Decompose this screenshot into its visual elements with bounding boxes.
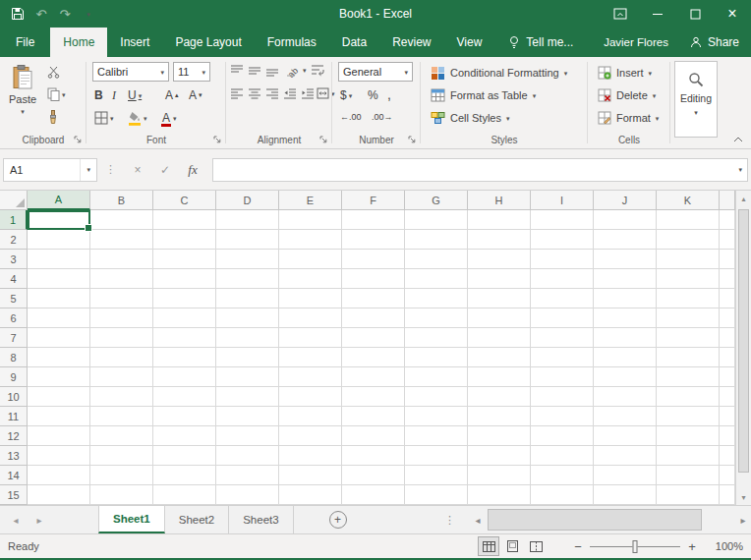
align-top-button[interactable] (230, 64, 244, 78)
cell-D10[interactable] (216, 387, 279, 407)
cell-C10[interactable] (153, 387, 216, 407)
page-break-view-button[interactable] (525, 536, 547, 556)
cell-F13[interactable] (342, 446, 405, 466)
cell-I5[interactable] (531, 289, 594, 308)
cell-H3[interactable] (468, 250, 531, 269)
cell-J6[interactable] (594, 308, 657, 328)
cell-H5[interactable] (468, 289, 531, 308)
row-header-5[interactable]: 5 (0, 289, 28, 308)
cell-D12[interactable] (216, 426, 279, 446)
save-button[interactable] (8, 3, 28, 25)
cell-A2[interactable] (28, 230, 90, 250)
cell-B13[interactable] (90, 446, 153, 466)
cell-G4[interactable] (405, 269, 468, 289)
cell-H4[interactable] (468, 269, 531, 289)
ribbon-display-options-button[interactable] (602, 0, 639, 28)
align-bottom-button[interactable] (265, 64, 279, 78)
decrease-indent-button[interactable] (283, 87, 297, 100)
column-header-K[interactable]: K (657, 191, 720, 210)
cell-C15[interactable] (153, 485, 216, 505)
cell-F10[interactable] (342, 387, 405, 407)
cell-E11[interactable] (279, 407, 342, 426)
increase-font-size-button[interactable]: A▴ (165, 88, 179, 102)
row-header-1[interactable]: 1 (0, 210, 28, 230)
tab-review[interactable]: Review (379, 28, 443, 57)
cell-J11[interactable] (594, 407, 657, 426)
cell-B9[interactable] (90, 367, 153, 387)
enter-entry-button[interactable]: ✓ (151, 158, 179, 182)
copy-button[interactable]: ▾ (47, 87, 66, 101)
font-size-combo[interactable]: 11 ▾ (173, 62, 210, 82)
cell-G1[interactable] (405, 210, 468, 230)
sheet-nav-left-button[interactable]: ◂ (4, 506, 28, 533)
cell-H12[interactable] (468, 426, 531, 446)
cell-G7[interactable] (405, 328, 468, 348)
cell-C3[interactable] (153, 250, 216, 269)
cell-partial-5[interactable] (720, 289, 735, 308)
cell-partial-14[interactable] (720, 466, 735, 485)
cell-B1[interactable] (90, 210, 153, 230)
cell-J10[interactable] (594, 387, 657, 407)
cell-I12[interactable] (531, 426, 594, 446)
format-as-table-button[interactable]: Format as Table ▾ (431, 85, 536, 105)
cell-I11[interactable] (531, 407, 594, 426)
cell-J3[interactable] (594, 250, 657, 269)
cell-B8[interactable] (90, 348, 153, 367)
cell-G11[interactable] (405, 407, 468, 426)
cell-D1[interactable] (216, 210, 279, 230)
tell-me-box[interactable]: Tell me... (508, 28, 573, 57)
cell-partial-4[interactable] (720, 269, 735, 289)
zoom-level[interactable]: 100% (710, 540, 743, 552)
bold-button[interactable]: B (94, 88, 103, 102)
align-left-button[interactable] (230, 87, 244, 100)
cell-C8[interactable] (153, 348, 216, 367)
cell-C14[interactable] (153, 466, 216, 485)
italic-button[interactable]: I (112, 88, 116, 103)
tab-splitter[interactable]: ⋮ (444, 506, 455, 533)
cell-A10[interactable] (28, 387, 90, 407)
cell-K6[interactable] (657, 308, 720, 328)
cell-partial-8[interactable] (720, 348, 735, 367)
font-color-button[interactable]: A ▾ (161, 111, 177, 125)
cell-G10[interactable] (405, 387, 468, 407)
cell-B2[interactable] (90, 230, 153, 250)
cell-D2[interactable] (216, 230, 279, 250)
decrease-decimal-button[interactable]: .00→ (372, 112, 393, 122)
maximize-button[interactable] (676, 0, 714, 28)
font-dialog-launcher[interactable] (212, 135, 222, 144)
cell-E13[interactable] (279, 446, 342, 466)
fill-color-button[interactable]: ▾ (128, 111, 147, 126)
cell-K4[interactable] (657, 269, 720, 289)
align-right-button[interactable] (265, 87, 279, 100)
cell-A5[interactable] (28, 289, 90, 308)
zoom-slider-thumb[interactable] (633, 540, 638, 553)
format-painter-button[interactable] (47, 110, 59, 124)
scroll-down-button[interactable]: ▾ (736, 489, 751, 505)
cell-E1[interactable] (279, 210, 342, 230)
tab-formulas[interactable]: Formulas (255, 28, 329, 57)
column-header-B[interactable]: B (90, 191, 153, 210)
column-header-G[interactable]: G (405, 191, 468, 210)
cell-A13[interactable] (28, 446, 90, 466)
column-header-J[interactable]: J (594, 191, 657, 210)
cell-F3[interactable] (342, 250, 405, 269)
cell-I6[interactable] (531, 308, 594, 328)
cell-G9[interactable] (405, 367, 468, 387)
cell-C6[interactable] (153, 308, 216, 328)
row-header-3[interactable]: 3 (0, 250, 28, 269)
cell-J5[interactable] (594, 289, 657, 308)
select-all-button[interactable] (0, 191, 28, 210)
qat-customize-button[interactable]: ▾ (79, 3, 98, 25)
delete-cells-button[interactable]: Delete ▾ (598, 85, 656, 105)
cell-C2[interactable] (153, 230, 216, 250)
cell-E2[interactable] (279, 230, 342, 250)
format-cells-button[interactable]: Format ▾ (598, 108, 659, 128)
cell-F12[interactable] (342, 426, 405, 446)
column-header-C[interactable]: C (153, 191, 216, 210)
cell-F1[interactable] (342, 210, 405, 230)
column-header-partial[interactable] (720, 191, 735, 210)
sheet-tab-sheet2[interactable]: Sheet2 (165, 506, 229, 533)
column-header-H[interactable]: H (468, 191, 531, 210)
cell-G13[interactable] (405, 446, 468, 466)
cell-E5[interactable] (279, 289, 342, 308)
